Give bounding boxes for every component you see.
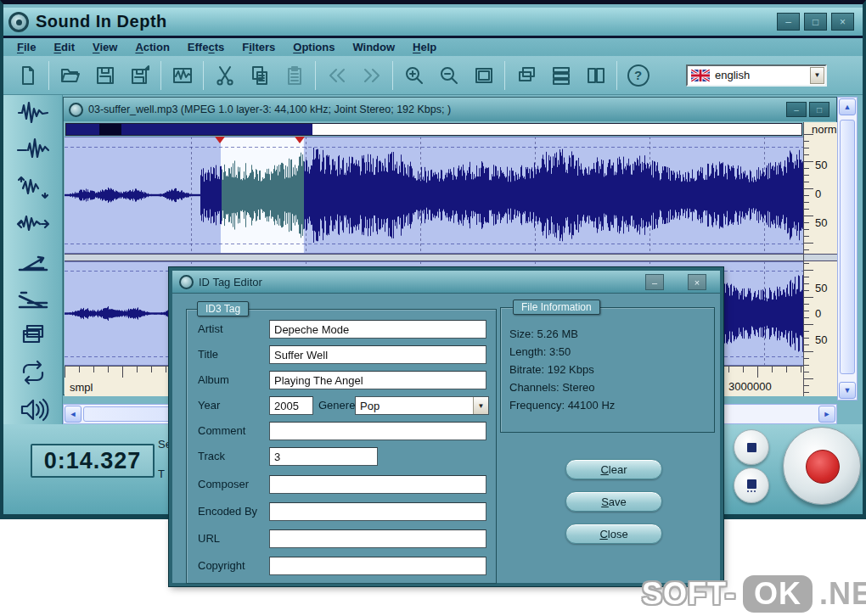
url-input[interactable] bbox=[269, 529, 486, 548]
menu-edit[interactable]: Edit bbox=[53, 41, 75, 53]
year-input[interactable] bbox=[269, 396, 313, 415]
zoom-in-button[interactable] bbox=[396, 59, 431, 92]
menu-filters[interactable]: Filters bbox=[242, 41, 275, 53]
stacked-windows-icon bbox=[16, 321, 50, 350]
genre-label: Genere bbox=[318, 399, 355, 412]
stretch-tool-button[interactable] bbox=[14, 172, 53, 202]
menu-view[interactable]: View bbox=[93, 41, 117, 53]
genre-dropdown-arrow[interactable]: ▼ bbox=[473, 397, 488, 414]
maximize-button[interactable]: □ bbox=[804, 13, 827, 31]
selection-start-marker[interactable] bbox=[215, 137, 225, 143]
redo-button[interactable] bbox=[354, 59, 389, 92]
comment-input[interactable] bbox=[269, 422, 486, 440]
zoom-in-icon bbox=[403, 64, 425, 87]
overview-position-bar[interactable] bbox=[65, 123, 802, 136]
composer-input[interactable] bbox=[269, 475, 486, 494]
save-as-floppy-icon bbox=[129, 64, 151, 87]
new-file-button[interactable] bbox=[10, 59, 45, 92]
undo-button[interactable] bbox=[319, 59, 354, 92]
artist-label: Artist bbox=[198, 322, 223, 335]
fade-out-tool-button[interactable] bbox=[14, 283, 53, 313]
waveform-channel-1[interactable] bbox=[65, 137, 803, 254]
editor-minimize-button[interactable]: – bbox=[786, 102, 807, 117]
language-dropdown-arrow[interactable]: ▼ bbox=[810, 67, 824, 84]
dialog-close-button[interactable]: × bbox=[688, 274, 706, 290]
editor-title-bar[interactable]: 03-suffer_well.mp3 (MPEG 1.0 layer-3: 44… bbox=[64, 98, 836, 121]
stop-button[interactable] bbox=[734, 429, 769, 465]
scroll-down-arrow[interactable]: ▼ bbox=[839, 382, 856, 399]
encoded-by-input[interactable] bbox=[269, 502, 486, 521]
artist-input[interactable] bbox=[269, 320, 486, 339]
scale-label: 0 bbox=[815, 307, 835, 320]
copy-icon bbox=[249, 64, 271, 87]
album-input[interactable] bbox=[269, 371, 486, 389]
minimize-button[interactable]: – bbox=[777, 13, 800, 31]
editor-restore-button[interactable]: □ bbox=[809, 102, 829, 117]
new-file-icon bbox=[17, 64, 39, 87]
selection-end-marker[interactable] bbox=[295, 137, 305, 143]
clear-button[interactable]: Clear bbox=[565, 459, 662, 479]
id-tag-editor-dialog: ID Tag Editor – × ID3 Tag Artist Title A… bbox=[169, 267, 723, 586]
fade-in-tool-button[interactable] bbox=[14, 247, 53, 277]
copy-button[interactable] bbox=[242, 59, 277, 92]
close-dialog-button[interactable]: Close bbox=[565, 524, 662, 544]
fade-out-icon bbox=[16, 284, 50, 313]
stop-all-button[interactable] bbox=[734, 468, 769, 503]
menu-options[interactable]: Options bbox=[293, 41, 335, 53]
tile-horizontal-button[interactable] bbox=[543, 59, 578, 92]
menu-action[interactable]: Action bbox=[135, 41, 169, 53]
tile-horizontal-icon bbox=[550, 64, 572, 87]
windows-tool-button[interactable] bbox=[14, 321, 53, 350]
menu-file[interactable]: File bbox=[17, 41, 36, 53]
menu-effects[interactable]: Effects bbox=[188, 41, 224, 53]
encoded-by-label: Encoded By bbox=[198, 505, 257, 518]
save-as-button[interactable] bbox=[122, 59, 157, 92]
loop-icon bbox=[16, 358, 50, 387]
genre-combobox[interactable]: Pop ▼ bbox=[355, 396, 489, 415]
toolbar-separator bbox=[504, 61, 505, 90]
scale-label: 0 bbox=[815, 188, 835, 200]
title-input[interactable] bbox=[269, 345, 486, 364]
help-button[interactable]: ? bbox=[621, 59, 655, 92]
zoom-out-button[interactable] bbox=[431, 59, 466, 92]
scroll-right-arrow[interactable]: ► bbox=[818, 406, 835, 423]
vertical-scrollbar[interactable]: ▲ ▼ bbox=[837, 97, 858, 400]
scroll-left-arrow[interactable]: ◄ bbox=[65, 406, 82, 423]
language-combobox[interactable]: english ▼ bbox=[686, 64, 827, 87]
scroll-up-arrow[interactable]: ▲ bbox=[839, 98, 856, 115]
waveform-tool-button[interactable] bbox=[14, 98, 53, 128]
file-info-groupbox: File Information Size: 5.26 MB Length: 3… bbox=[500, 307, 715, 433]
menu-window[interactable]: Window bbox=[352, 41, 395, 53]
paste-button[interactable] bbox=[277, 59, 312, 92]
speaker-tool-button[interactable] bbox=[14, 395, 53, 424]
scale-label: 50 bbox=[815, 333, 835, 346]
loop-tool-button[interactable] bbox=[14, 358, 53, 388]
ruler-unit-label: smpl bbox=[70, 381, 93, 394]
composer-label: Composer bbox=[198, 478, 249, 490]
file-headphones-icon bbox=[69, 103, 83, 117]
save-button[interactable] bbox=[87, 59, 122, 92]
save-floppy-icon bbox=[94, 64, 116, 87]
fit-window-button[interactable] bbox=[466, 59, 501, 92]
copyright-input[interactable] bbox=[269, 557, 486, 575]
vertical-scroll-thumb[interactable] bbox=[840, 120, 855, 374]
menu-help[interactable]: Help bbox=[413, 41, 436, 53]
open-file-button[interactable] bbox=[53, 59, 87, 92]
track-input[interactable] bbox=[269, 447, 378, 466]
close-button[interactable]: × bbox=[831, 13, 854, 31]
record-button[interactable] bbox=[783, 427, 861, 505]
waveform-view-button[interactable] bbox=[165, 59, 200, 92]
app-headphones-icon bbox=[8, 12, 29, 32]
file-info-channels: Channels: Stereo bbox=[509, 378, 615, 396]
save-tag-button[interactable]: Save bbox=[565, 491, 662, 512]
fade-in-icon bbox=[16, 247, 50, 276]
cascade-windows-button[interactable] bbox=[509, 59, 543, 92]
toolbar-separator bbox=[315, 61, 316, 90]
shift-tool-button[interactable] bbox=[14, 210, 53, 239]
dialog-minimize-button[interactable]: – bbox=[645, 274, 664, 290]
scale-label: 50 bbox=[815, 159, 835, 171]
tile-vertical-button[interactable] bbox=[578, 59, 613, 92]
insert-silence-tool-button[interactable] bbox=[14, 136, 53, 165]
cut-button[interactable] bbox=[207, 59, 242, 92]
dialog-title-bar[interactable]: ID Tag Editor bbox=[172, 271, 720, 294]
